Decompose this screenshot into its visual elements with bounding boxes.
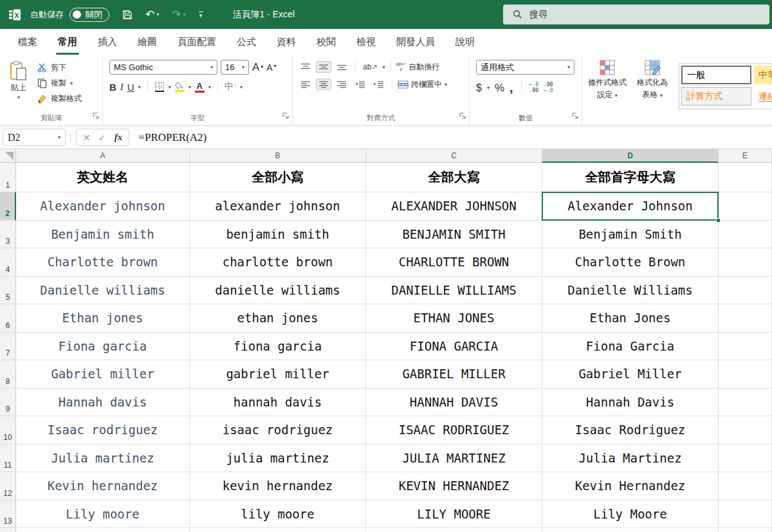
decrease-indent-button[interactable] (352, 78, 368, 90)
cell-D10[interactable]: Isaac Rodriguez (542, 416, 719, 445)
cell-D5[interactable]: Danielle Williams (542, 277, 719, 305)
cell-A3[interactable]: Benjamin smith (16, 221, 190, 249)
cell-B6[interactable]: ethan jones (190, 304, 366, 333)
cell-B12[interactable]: kevin hernandez (190, 472, 366, 500)
cell-C12[interactable]: KEVIN HERNANDEZ (366, 472, 542, 500)
cell-A1[interactable]: 英文姓名 (16, 163, 190, 192)
chevron-down-icon[interactable]: ▾ (70, 80, 73, 86)
column-header-C[interactable]: C (366, 149, 542, 163)
row-header-6[interactable]: 6 (0, 304, 16, 333)
cell-D2[interactable]: Alexander Johnson (542, 192, 719, 221)
cell-B1[interactable]: 全部小寫 (190, 163, 366, 192)
align-top-button[interactable] (298, 61, 313, 73)
cell-B5[interactable]: danielle williams (190, 277, 366, 305)
cell-E5[interactable] (719, 277, 772, 305)
cell-A9[interactable]: Hannah davis (16, 389, 190, 417)
cell-E4[interactable] (719, 248, 772, 277)
cell-E10[interactable] (719, 416, 772, 445)
cell-C2[interactable]: ALEXANDER JOHNSON (366, 192, 542, 221)
cell-B4[interactable]: charlotte brown (190, 248, 366, 277)
cell-E11[interactable] (719, 445, 772, 473)
cell-C7[interactable]: FIONA GARCIA (366, 333, 542, 361)
align-middle-button[interactable] (316, 61, 331, 73)
align-bottom-button[interactable] (334, 61, 349, 73)
tab-資料[interactable]: 資料 (266, 29, 306, 55)
increase-decimal-button[interactable]: ←.0 .00 (529, 82, 538, 94)
undo-button[interactable]: ↶ ▾ (145, 8, 159, 21)
cell-D8[interactable]: Gabriel Miller (542, 360, 719, 389)
cell-A11[interactable]: Julia martinez (16, 445, 190, 473)
font-color-button[interactable]: A (195, 82, 205, 93)
currency-format-button[interactable]: $ (476, 82, 482, 94)
cell-D3[interactable]: Benjamin Smith (542, 221, 719, 249)
excel-app-icon[interactable]: X (8, 8, 21, 21)
row-header-9[interactable]: 9 (0, 389, 16, 417)
cell-style-normal[interactable]: 一般 (681, 66, 751, 84)
tab-檢視[interactable]: 檢視 (346, 29, 386, 55)
conditional-formatting-button[interactable]: 條件式格式 設定 ▾ (585, 59, 630, 125)
drag-handle-icon[interactable]: ⋮ (66, 133, 76, 142)
cell-E8[interactable] (719, 360, 772, 389)
row-header-14[interactable] (0, 528, 16, 532)
row-header-13[interactable]: 13 (0, 500, 16, 529)
fill-handle[interactable] (716, 218, 721, 223)
borders-button[interactable] (154, 82, 165, 92)
font-dialog-launcher-icon[interactable] (282, 110, 289, 122)
customize-toolbar-button[interactable]: ▾ (199, 12, 203, 17)
cell-E14[interactable] (719, 528, 772, 532)
grow-font-button[interactable]: A▴ (252, 61, 263, 74)
tab-說明[interactable]: 說明 (445, 29, 485, 55)
number-format-select[interactable]: 通用格式 ▾ (476, 60, 574, 75)
cancel-icon[interactable]: × (83, 131, 90, 145)
cell-D14[interactable] (542, 528, 719, 532)
cell-E2[interactable] (719, 192, 772, 221)
align-center-button[interactable] (316, 78, 331, 90)
tab-頁面配置[interactable]: 頁面配置 (167, 29, 226, 55)
autosave-toggle[interactable]: 關閉 (69, 8, 109, 22)
enter-icon[interactable]: ✓ (98, 133, 106, 143)
cell-E3[interactable] (719, 221, 772, 249)
align-left-button[interactable] (298, 78, 313, 90)
cell-E6[interactable] (719, 304, 772, 333)
chevron-down-icon[interactable]: ▾ (188, 84, 191, 90)
tab-開發人員[interactable]: 開發人員 (386, 29, 445, 55)
row-header-4[interactable]: 4 (0, 248, 16, 277)
cell-A12[interactable]: Kevin hernandez (16, 472, 190, 500)
cell-C1[interactable]: 全部大寫 (366, 163, 542, 192)
cell-D4[interactable]: Charlotte Brown (542, 248, 719, 277)
formula-input[interactable]: =PROPER(A2) (138, 131, 207, 144)
row-header-1[interactable]: 1 (0, 163, 16, 192)
row-header-12[interactable]: 12 (0, 472, 16, 500)
italic-button[interactable]: I (120, 82, 124, 93)
format-as-table-button[interactable]: 格式化為 表格 ▾ (630, 59, 675, 125)
cell-B8[interactable]: gabriel miller (190, 360, 366, 389)
cell-style-neutral[interactable]: 中等 (754, 66, 772, 84)
increase-indent-button[interactable] (371, 78, 387, 90)
cell-D12[interactable]: Kevin Hernandez (542, 472, 719, 500)
cell-C14[interactable] (366, 528, 542, 532)
row-header-2[interactable]: 2 (0, 192, 16, 221)
font-size-select[interactable]: 16 ▾ (221, 60, 249, 75)
cell-B7[interactable]: fiona garcia (190, 333, 366, 361)
copy-button[interactable]: 複製 ▾ (37, 78, 82, 89)
cell-A6[interactable]: Ethan jones (16, 304, 190, 333)
cell-C6[interactable]: ETHAN JONES (366, 304, 542, 333)
cell-D13[interactable]: Lily Moore (542, 500, 719, 529)
font-name-select[interactable]: MS Gothic ▾ (109, 60, 217, 75)
fill-color-button[interactable] (175, 82, 185, 92)
chevron-down-icon[interactable]: ▾ (383, 64, 385, 70)
cell-C8[interactable]: GABRIEL MILLER (366, 360, 542, 389)
cell-C9[interactable]: HANNAH DAVIS (366, 389, 542, 417)
phonetic-guide-button[interactable]: 中⁚ (225, 81, 236, 93)
search-box[interactable]: 搜尋 (503, 5, 769, 24)
chevron-down-icon[interactable]: ▾ (445, 82, 447, 87)
cell-D1[interactable]: 全部首字母大寫 (542, 163, 719, 192)
tab-檔案[interactable]: 檔案 (8, 29, 48, 55)
cell-A7[interactable]: Fiona garcia (16, 333, 190, 361)
column-header-A[interactable]: A (16, 149, 190, 163)
row-header-8[interactable]: 8 (0, 360, 16, 389)
select-all-button[interactable] (0, 149, 16, 163)
cell-B9[interactable]: hannah davis (190, 389, 366, 417)
tab-公式[interactable]: 公式 (226, 29, 266, 55)
cell-A10[interactable]: Isaac rodriguez (16, 416, 190, 445)
